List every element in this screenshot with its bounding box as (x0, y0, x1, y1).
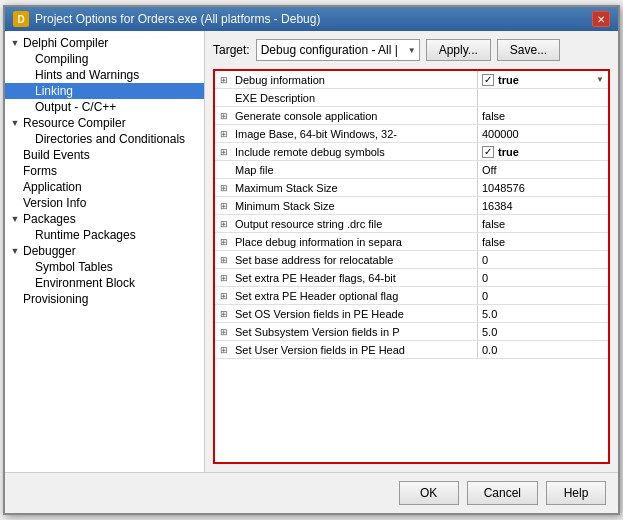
prop-row[interactable]: ⊞Include remote debug symbolstrue (215, 143, 608, 161)
sidebar-item-build-events[interactable]: Build Events (5, 147, 204, 163)
sidebar-item-provisioning[interactable]: Provisioning (5, 291, 204, 307)
prop-expand-icon[interactable]: ⊞ (215, 341, 233, 358)
sidebar-item-runtime-packages[interactable]: Runtime Packages (5, 227, 204, 243)
prop-name: Minimum Stack Size (233, 197, 478, 214)
sidebar-item-resource-compiler[interactable]: ▼Resource Compiler (5, 115, 204, 131)
prop-row[interactable]: Map fileOff (215, 161, 608, 179)
prop-value[interactable]: false (478, 107, 608, 124)
apply-button[interactable]: Apply... (426, 39, 491, 61)
tree-expand-delphi-compiler[interactable]: ▼ (9, 37, 21, 49)
prop-value[interactable]: 1048576 (478, 179, 608, 196)
dialog-title: Project Options for Orders.exe (All plat… (35, 12, 320, 26)
prop-expand-icon[interactable]: ⊞ (215, 71, 233, 88)
sidebar: ▼Delphi CompilerCompilingHints and Warni… (5, 31, 205, 472)
cancel-button[interactable]: Cancel (467, 481, 538, 505)
ok-button[interactable]: OK (399, 481, 459, 505)
tree-label-build-events: Build Events (21, 148, 90, 162)
dialog-body: ▼Delphi CompilerCompilingHints and Warni… (5, 31, 618, 472)
save-button[interactable]: Save... (497, 39, 560, 61)
close-button[interactable]: ✕ (592, 11, 610, 27)
sidebar-item-environment-block[interactable]: Environment Block (5, 275, 204, 291)
tree-expand-packages[interactable]: ▼ (9, 213, 21, 225)
tree-label-symbol-tables: Symbol Tables (33, 260, 113, 274)
prop-row[interactable]: ⊞Set base address for relocatable0 (215, 251, 608, 269)
prop-expand-icon[interactable]: ⊞ (215, 197, 233, 214)
prop-row[interactable]: ⊞Image Base, 64-bit Windows, 32-400000 (215, 125, 608, 143)
sidebar-item-delphi-compiler[interactable]: ▼Delphi Compiler (5, 35, 204, 51)
help-button[interactable]: Help (546, 481, 606, 505)
prop-row[interactable]: ⊞Debug informationtrue▼ (215, 71, 608, 89)
prop-row[interactable]: ⊞Set Subsystem Version fields in P5.0 (215, 323, 608, 341)
prop-row[interactable]: ⊞Generate console applicationfalse (215, 107, 608, 125)
prop-dropdown-icon[interactable]: ▼ (596, 75, 604, 84)
prop-checkbox[interactable] (482, 74, 494, 86)
sidebar-item-packages[interactable]: ▼Packages (5, 211, 204, 227)
dialog: D Project Options for Orders.exe (All pl… (3, 5, 620, 515)
prop-name: Maximum Stack Size (233, 179, 478, 196)
sidebar-item-linking[interactable]: Linking (5, 83, 204, 99)
prop-expand-icon[interactable]: ⊞ (215, 107, 233, 124)
prop-checkbox[interactable] (482, 146, 494, 158)
prop-expand-icon[interactable]: ⊞ (215, 215, 233, 232)
tree-expand-hints-warnings (21, 69, 33, 81)
prop-row[interactable]: ⊞Minimum Stack Size16384 (215, 197, 608, 215)
prop-expand-icon[interactable]: ⊞ (215, 323, 233, 340)
sidebar-item-symbol-tables[interactable]: Symbol Tables (5, 259, 204, 275)
prop-value[interactable]: 0 (478, 287, 608, 304)
prop-expand-icon[interactable]: ⊞ (215, 233, 233, 250)
prop-expand-icon[interactable]: ⊞ (215, 287, 233, 304)
prop-value[interactable]: Off (478, 161, 608, 178)
sidebar-item-output-cpp[interactable]: Output - C/C++ (5, 99, 204, 115)
prop-expand-icon[interactable]: ⊞ (215, 143, 233, 160)
prop-value[interactable]: 16384 (478, 197, 608, 214)
prop-value[interactable]: true▼ (478, 71, 608, 88)
prop-value[interactable]: 5.0 (478, 323, 608, 340)
prop-value[interactable]: 0 (478, 251, 608, 268)
target-select-wrapper[interactable]: Debug configuration - All | (256, 39, 420, 61)
prop-value-text: 0 (482, 272, 488, 284)
prop-expand-icon[interactable]: ⊞ (215, 305, 233, 322)
sidebar-item-application[interactable]: Application (5, 179, 204, 195)
tree-expand-output-cpp (21, 101, 33, 113)
tree-expand-dirs-conditionals (21, 133, 33, 145)
prop-expand-icon[interactable]: ⊞ (215, 251, 233, 268)
prop-value[interactable]: 400000 (478, 125, 608, 142)
sidebar-item-debugger[interactable]: ▼Debugger (5, 243, 204, 259)
prop-value[interactable]: 5.0 (478, 305, 608, 322)
prop-row[interactable]: ⊞Set OS Version fields in PE Heade5.0 (215, 305, 608, 323)
sidebar-item-version-info[interactable]: Version Info (5, 195, 204, 211)
prop-expand-icon (215, 161, 233, 178)
prop-row[interactable]: ⊞Set User Version fields in PE Head0.0 (215, 341, 608, 359)
sidebar-item-hints-warnings[interactable]: Hints and Warnings (5, 67, 204, 83)
prop-value[interactable]: false (478, 215, 608, 232)
prop-row[interactable]: EXE Description (215, 89, 608, 107)
prop-value[interactable]: true (478, 143, 608, 160)
prop-expand-icon[interactable]: ⊞ (215, 179, 233, 196)
tree-expand-version-info (9, 197, 21, 209)
prop-value-text: 1048576 (482, 182, 525, 194)
target-bar: Target: Debug configuration - All | Appl… (213, 39, 610, 61)
prop-expand-icon[interactable]: ⊞ (215, 269, 233, 286)
prop-name: Place debug information in separa (233, 233, 478, 250)
prop-value[interactable]: 0 (478, 269, 608, 286)
prop-row[interactable]: ⊞Place debug information in separafalse (215, 233, 608, 251)
prop-value[interactable]: 0.0 (478, 341, 608, 358)
prop-row[interactable]: ⊞Set extra PE Header flags, 64-bit0 (215, 269, 608, 287)
prop-row[interactable]: ⊞Output resource string .drc filefalse (215, 215, 608, 233)
prop-value[interactable]: false (478, 233, 608, 250)
tree-label-environment-block: Environment Block (33, 276, 135, 290)
prop-value[interactable] (478, 89, 608, 106)
sidebar-item-compiling[interactable]: Compiling (5, 51, 204, 67)
tree-expand-debugger[interactable]: ▼ (9, 245, 21, 257)
prop-row[interactable]: ⊞Maximum Stack Size1048576 (215, 179, 608, 197)
prop-expand-icon[interactable]: ⊞ (215, 125, 233, 142)
target-select[interactable]: Debug configuration - All | (256, 39, 420, 61)
sidebar-item-dirs-conditionals[interactable]: Directories and Conditionals (5, 131, 204, 147)
prop-row[interactable]: ⊞Set extra PE Header optional flag0 (215, 287, 608, 305)
prop-value-text: false (482, 218, 505, 230)
main-content: Target: Debug configuration - All | Appl… (205, 31, 618, 472)
prop-name: Set User Version fields in PE Head (233, 341, 478, 358)
tree-expand-resource-compiler[interactable]: ▼ (9, 117, 21, 129)
dialog-footer: OK Cancel Help (5, 472, 618, 513)
sidebar-item-forms[interactable]: Forms (5, 163, 204, 179)
